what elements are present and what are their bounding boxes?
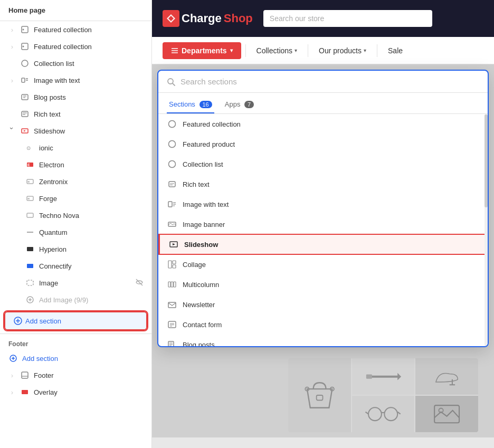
result-slideshow-icon: [168, 239, 179, 250]
result-collection-list[interactable]: Collection list: [158, 154, 488, 174]
tab-apps[interactable]: Apps 7: [223, 97, 256, 113]
sidebar-item-quantum[interactable]: Quantum: [0, 224, 151, 241]
products-nav-item[interactable]: Our products ▾: [312, 42, 373, 59]
collections-chevron: ▾: [294, 47, 297, 53]
svg-marker-46: [307, 389, 332, 408]
sidebar-item-collection-list[interactable]: › Collection list: [0, 55, 151, 72]
sidebar-item-footer[interactable]: › Footer: [0, 367, 151, 384]
result-image-banner[interactable]: Image banner: [158, 214, 488, 234]
collage-item-1: [288, 358, 351, 432]
tab-sections[interactable]: Sections 16: [167, 97, 214, 113]
sidebar-item-add-image[interactable]: Add Image (9/9): [0, 291, 151, 308]
logo-icon: [163, 10, 179, 27]
storefront-nav: Departments ▾ Collections ▾ Our products…: [152, 37, 494, 64]
sidebar-item-label: Featured collection: [34, 26, 143, 34]
sidebar-item-overlay[interactable]: › Overlay: [0, 384, 151, 401]
result-label: Collage: [183, 261, 479, 269]
sidebar-item-hyperion[interactable]: Hyperion: [0, 241, 151, 258]
result-newsletter[interactable]: Newsletter: [158, 294, 488, 314]
glasses-illustration: [364, 403, 402, 425]
misc-illustration: [428, 403, 466, 425]
result-featured-product[interactable]: Featured product: [158, 134, 488, 154]
sidebar-item-featured-collection-2[interactable]: › Featured collection: [0, 38, 151, 55]
sidebar-item-label: Collection list: [34, 60, 143, 68]
result-featured-collection[interactable]: Featured collection: [158, 114, 488, 134]
sidebar-item-ionic[interactable]: ⊙ ionic: [0, 139, 151, 156]
result-label: Blog posts: [183, 341, 479, 347]
featured-collection-icon: [20, 25, 30, 34]
sidebar-item-featured-collection-1[interactable]: › Featured collection: [0, 21, 151, 38]
svg-rect-47: [316, 395, 322, 400]
result-multicolumn[interactable]: Multicolumn: [158, 274, 488, 294]
slideshow-icon: [20, 126, 30, 136]
svg-point-66: [169, 161, 176, 168]
sidebar-item-rich-text[interactable]: › Rich text: [0, 106, 151, 122]
sidebar-item-label: Image: [39, 279, 131, 287]
sidebar-item-label: Image with text: [34, 77, 143, 84]
svg-marker-15: [24, 130, 26, 132]
sidebar-divider: [0, 333, 151, 334]
departments-chevron: ▾: [230, 47, 233, 53]
result-label: Contact form: [183, 321, 479, 329]
tool-illustration: [364, 366, 402, 387]
sidebar-item-zentronix[interactable]: ≡ Zentronix: [0, 173, 151, 190]
chevron-icon: ›: [8, 371, 16, 379]
result-contact-form-icon: [167, 319, 177, 330]
sale-nav-item[interactable]: Sale: [382, 42, 409, 59]
sidebar-item-slideshow[interactable]: › Slideshow: [0, 122, 151, 139]
svg-line-63: [173, 83, 175, 85]
result-collage[interactable]: Collage: [158, 254, 488, 274]
add-section-container: Add section: [4, 311, 147, 330]
svg-line-28: [136, 279, 142, 285]
sidebar-item-electron[interactable]: E Electron: [0, 156, 151, 173]
hyperion-icon: [25, 244, 35, 254]
sidebar-item-image[interactable]: Image: [0, 274, 151, 291]
svg-rect-27: [27, 280, 33, 285]
sidebar-item-image-with-text[interactable]: › Image with text: [0, 72, 151, 89]
result-image-with-text[interactable]: Image with text: [158, 194, 488, 214]
hide-icon[interactable]: [136, 279, 143, 288]
result-label: Multicolumn: [183, 281, 479, 289]
sidebar-item-forge[interactable]: ≡ Forge: [0, 190, 151, 207]
result-rich-text[interactable]: Rich text: [158, 174, 488, 194]
svg-point-3: [23, 46, 24, 47]
search-input-row: [158, 71, 488, 93]
result-slideshow[interactable]: Slideshow: [158, 234, 488, 254]
result-blog-posts[interactable]: Blog posts: [158, 335, 488, 346]
sale-label: Sale: [388, 46, 403, 55]
sidebar-item-blog-posts[interactable]: › Blog posts: [0, 89, 151, 106]
sidebar-item-label: Hyperion: [39, 245, 143, 253]
sidebar-item-label: Forge: [39, 195, 143, 203]
logo-shop: Shop: [224, 12, 253, 25]
collections-nav-item[interactable]: Collections ▾: [250, 42, 303, 59]
add-section-button[interactable]: Add section: [4, 311, 147, 330]
chevron-icon: ›: [8, 26, 16, 33]
search-sections-input[interactable]: [180, 77, 479, 86]
departments-label: Departments: [182, 46, 227, 55]
sidebar-item-techno-nova[interactable]: Techno Nova: [0, 207, 151, 224]
collage-item-2: [352, 358, 415, 395]
footer-icon: [20, 370, 30, 380]
departments-button[interactable]: Departments ▾: [163, 42, 241, 59]
svg-rect-67: [169, 182, 175, 187]
sidebar-item-label: Rich text: [34, 110, 143, 118]
quantum-icon: [25, 227, 35, 237]
sections-tab-label: Sections: [169, 100, 195, 108]
chevron-icon: ›: [8, 77, 16, 84]
collage-preview: [288, 358, 478, 432]
scrollbar-track: [484, 114, 488, 346]
sidebar-title: Home page: [0, 0, 151, 21]
footer-add-section[interactable]: Add section: [0, 350, 151, 367]
image-dashed-icon: [25, 278, 35, 288]
sidebar-item-label: Quantum: [39, 228, 143, 236]
chevron-down-icon: ›: [8, 127, 16, 135]
sidebar-item-connectify[interactable]: Connectify: [0, 258, 151, 274]
electron-icon: E: [25, 160, 35, 169]
add-icon: [14, 317, 22, 325]
result-contact-form[interactable]: Contact form: [158, 314, 488, 335]
add-circle-icon: [8, 354, 18, 363]
sidebar-item-label: Footer: [34, 371, 143, 379]
svg-rect-79: [173, 265, 176, 268]
scrollbar-thumb[interactable]: [484, 115, 488, 207]
nav-separator-2: [308, 44, 308, 57]
